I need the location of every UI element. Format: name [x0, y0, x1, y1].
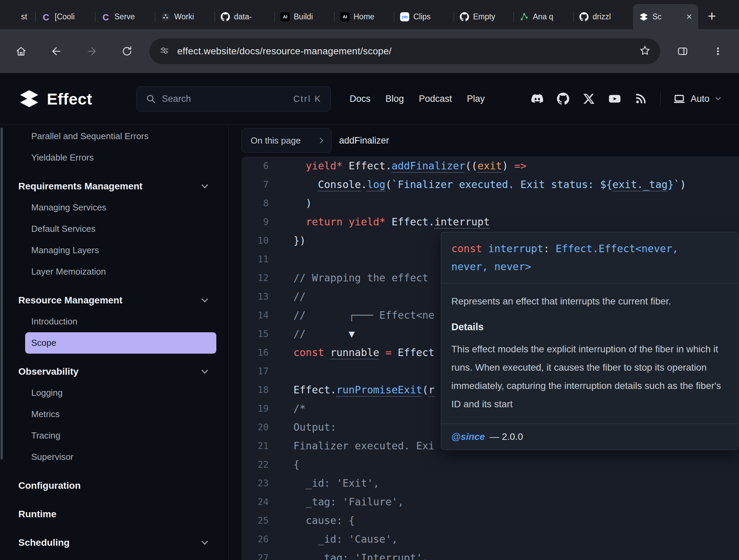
effect-logo[interactable]: Effect: [18, 88, 92, 110]
sidebar-item-managing-services[interactable]: Managing Services: [0, 197, 228, 218]
home-button[interactable]: [8, 40, 34, 62]
browser-tab-buildi[interactable]: AIBuildi: [274, 4, 334, 29]
tabs: stC[CooliCServeWorkidata-AIBuildiAIHomez…: [0, 0, 698, 29]
chevron-down-icon: [201, 538, 208, 545]
sidebar-section-runtime[interactable]: Runtime: [0, 503, 228, 525]
browser-tab-drizzl[interactable]: drizzl: [573, 4, 633, 29]
code-token-link[interactable]: addFinalizer: [392, 160, 465, 172]
line-number: 17: [241, 366, 269, 376]
search-input[interactable]: Search Ctrl K: [137, 87, 331, 111]
sidebar-item-tracing[interactable]: Tracing: [0, 425, 228, 446]
code-token: Effect: [293, 384, 330, 396]
since-value: — 2.0.0: [490, 431, 523, 442]
code-token: Effect: [392, 216, 428, 228]
code-token-link[interactable]: runPromiseExit: [336, 384, 422, 396]
sidebar-item-parallel-and-sequential-errors[interactable]: Parallel and Sequential Errors: [0, 126, 228, 147]
code-token: [392, 347, 398, 358]
code-token: ((: [465, 160, 477, 172]
code-token: }`: [668, 179, 680, 190]
browser-tab-data[interactable]: data-: [215, 4, 274, 29]
code-token: [343, 216, 349, 228]
tooltip-signature: const interrupt: Effect.Effect<never,nev…: [441, 232, 738, 283]
sidebar-item-managing-layers[interactable]: Managing Layers: [0, 240, 228, 261]
x-icon[interactable]: [583, 93, 595, 105]
url-text: effect.website/docs/resource-management/…: [177, 46, 632, 57]
browser-tab-st[interactable]: st: [0, 4, 35, 29]
address-bar[interactable]: effect.website/docs/resource-management/…: [149, 38, 660, 64]
github-favicon: [221, 12, 230, 21]
code-token: [324, 347, 330, 358]
code-line: 6 yield* Effect.addFinalizer((exit) =>: [241, 156, 739, 175]
new-tab-button[interactable]: +: [702, 7, 721, 26]
sidebar-section-label: Configuration: [18, 480, 81, 491]
sidebar-item-supervisor[interactable]: Supervisor: [0, 446, 228, 468]
code-line: 26 _id: 'Cause',: [241, 530, 739, 548]
sidebar-section-scheduling[interactable]: Scheduling: [0, 532, 228, 553]
code-token-link[interactable]: runnable: [330, 347, 379, 358]
chevron-down-icon: [716, 95, 721, 100]
zoom-favicon: zm: [400, 12, 409, 21]
youtube-icon[interactable]: [609, 93, 621, 105]
browser-tab-empty[interactable]: Empty: [454, 4, 513, 29]
rss-icon[interactable]: [634, 93, 647, 105]
chevron-down-icon: [201, 367, 208, 374]
search-shortcut: Ctrl K: [293, 94, 322, 104]
nav-link-blog[interactable]: Blog: [385, 94, 404, 104]
sidebar-item-metrics[interactable]: Metrics: [0, 404, 228, 425]
code-token-link[interactable]: interrupt: [434, 216, 490, 228]
code-token-link[interactable]: Console: [318, 179, 361, 190]
line-number: 23: [241, 478, 269, 488]
sidebar-section-configuration[interactable]: Configuration: [0, 475, 228, 496]
code-token: const: [293, 347, 324, 358]
code-token: Effect.Effect<never,: [556, 243, 678, 255]
sidebar-item-layer-memoization[interactable]: Layer Memoization: [0, 261, 228, 282]
site-nav: DocsBlogPodcastPlay: [350, 94, 485, 104]
sidebar-section-observability[interactable]: Observability: [0, 361, 228, 382]
tab-close-icon[interactable]: ×: [686, 12, 692, 22]
logo-text: Effect: [47, 90, 92, 108]
code-line: 27 _tag: 'Interrupt',: [241, 548, 739, 560]
sidebar-item-yieldable-errors[interactable]: Yieldable Errors: [0, 147, 228, 168]
nav-link-podcast[interactable]: Podcast: [419, 94, 452, 104]
site-info-icon[interactable]: [159, 45, 170, 57]
browser-tab-worki[interactable]: Worki: [155, 4, 215, 29]
theme-selector[interactable]: Auto: [673, 93, 720, 105]
browser-tab-home[interactable]: AIHome: [334, 4, 394, 29]
sidebar-section-requirements-management[interactable]: Requirements Management: [0, 175, 228, 197]
bookmark-star-icon[interactable]: [639, 45, 651, 58]
sidebar-item-default-services[interactable]: Default Services: [0, 218, 228, 240]
code-token-link[interactable]: exit._tag: [612, 179, 668, 190]
browser-tab-sc[interactable]: Sc×: [633, 4, 698, 29]
sidebar-item-scope[interactable]: Scope: [25, 332, 216, 354]
arrow-left-icon: [51, 45, 62, 57]
code-token: {: [293, 459, 300, 470]
sidebar-scrollb​ar[interactable]: [1, 128, 3, 460]
tab-title: drizzl: [593, 12, 627, 21]
code-token-link[interactable]: exit: [477, 160, 502, 172]
forward-button[interactable]: [79, 40, 105, 62]
github-icon[interactable]: [557, 93, 569, 105]
sidebar-section-resource-management[interactable]: Resource Management: [0, 290, 228, 311]
discord-icon[interactable]: [531, 93, 543, 105]
on-this-page-button[interactable]: On this page: [241, 128, 331, 153]
since-tag: @since: [451, 431, 485, 442]
menu-button[interactable]: [705, 40, 731, 62]
line-number: 15: [241, 329, 269, 339]
code-token-link[interactable]: log: [367, 179, 385, 190]
search-placeholder: Search: [162, 94, 287, 104]
browser-tab-ana-q[interactable]: Ana q: [513, 4, 573, 29]
github-favicon: [460, 12, 469, 21]
ai-favicon: AI: [281, 12, 290, 21]
sidebar-item-logging[interactable]: Logging: [0, 382, 228, 404]
nav-link-docs[interactable]: Docs: [350, 94, 371, 104]
nav-link-play[interactable]: Play: [467, 94, 485, 104]
browser-tab-serve[interactable]: CServe: [95, 4, 155, 29]
side-panel-button[interactable]: [670, 40, 696, 62]
ai-favicon: AI: [340, 12, 349, 21]
reload-button[interactable]: [114, 40, 140, 62]
browser-tab-cooli[interactable]: C[Cooli: [35, 4, 95, 29]
back-button[interactable]: [43, 40, 69, 62]
browser-tab-clips[interactable]: zmClips: [394, 4, 454, 29]
sidebar-item-introduction[interactable]: Introduction: [0, 311, 228, 332]
code-token-link[interactable]: r: [428, 384, 434, 396]
